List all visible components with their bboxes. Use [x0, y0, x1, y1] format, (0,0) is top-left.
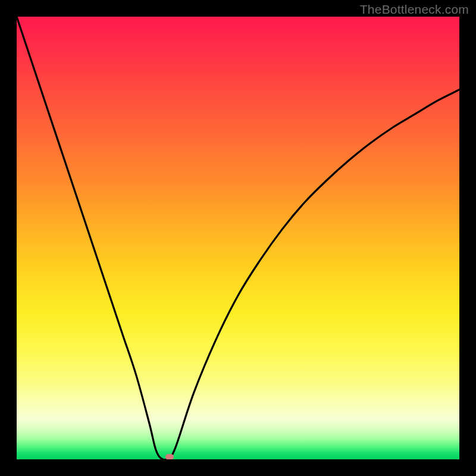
- bottleneck-curve: [17, 17, 459, 459]
- optimal-point-marker: [165, 454, 174, 459]
- plot-area: [17, 17, 459, 459]
- watermark-text: TheBottleneck.com: [360, 2, 469, 17]
- chart-container: TheBottleneck.com: [0, 0, 476, 476]
